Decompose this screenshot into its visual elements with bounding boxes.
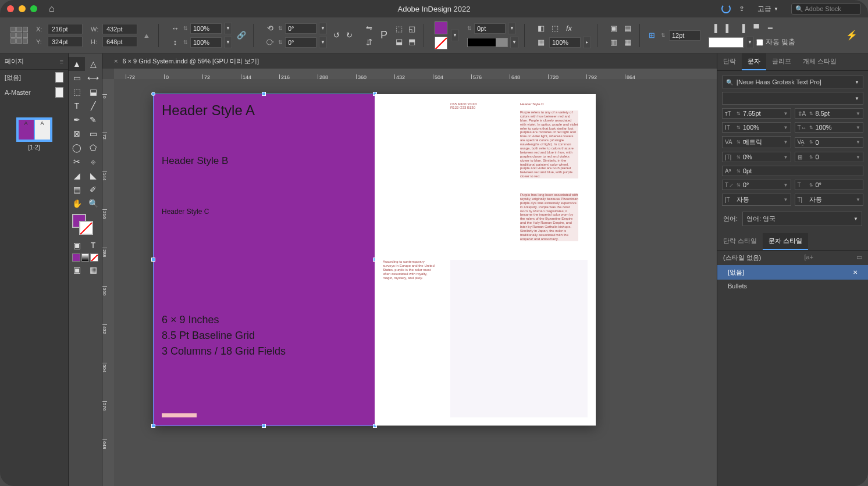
type-tool[interactable]: T: [69, 99, 85, 113]
pencil-tool[interactable]: ✎: [85, 113, 101, 127]
w-input[interactable]: [102, 24, 137, 34]
tracking-input[interactable]: VA̱⇅0▼: [795, 137, 864, 148]
font-family-select[interactable]: 🔍 [Neue Haas Grotesk Text Pro] ▼: [722, 76, 863, 88]
flip-v-icon[interactable]: ⇵: [363, 37, 375, 48]
shear-stepper[interactable]: ⇅: [278, 40, 283, 45]
align-middle-icon[interactable]: ━: [764, 23, 776, 34]
view-mode-normal-icon[interactable]: ▣: [69, 263, 85, 277]
home-icon[interactable]: ⌂: [49, 3, 55, 14]
font-size-input[interactable]: тT⇅7.65pt▼: [722, 108, 791, 119]
stroke-weight-input[interactable]: 0pt: [474, 23, 506, 34]
stepper-icon[interactable]: ⇅: [809, 125, 813, 130]
content-placer-tool[interactable]: ⬓: [85, 85, 101, 99]
link-scale-icon[interactable]: 🔗: [236, 30, 247, 41]
frame-fitting-proxy[interactable]: [709, 37, 744, 48]
auto-leading-1[interactable]: |T자동▼: [722, 194, 791, 206]
rotate-dropdown[interactable]: ▼: [319, 23, 327, 34]
apply-gradient-icon[interactable]: [81, 253, 90, 262]
maximize-window-button[interactable]: [30, 5, 37, 12]
tab-paragraph-styles[interactable]: 단락 스타일: [717, 233, 763, 250]
leading-input[interactable]: ⇳A⇅8.5pt▼: [795, 108, 864, 119]
selection-tool[interactable]: ▲: [69, 57, 85, 71]
rotate-input[interactable]: 0°: [285, 23, 316, 34]
stroke-proxy[interactable]: [79, 221, 93, 235]
text-wrap-shape-icon[interactable]: ▥: [608, 37, 620, 48]
rectangle-frame-tool[interactable]: ⊠: [69, 127, 85, 141]
gap-stepper[interactable]: ⇅: [661, 33, 666, 38]
gradient-swatch-tool[interactable]: ◢: [69, 169, 85, 183]
close-tab-button[interactable]: ×: [114, 58, 118, 65]
align-right-icon[interactable]: ▐: [737, 23, 748, 34]
close-window-button[interactable]: [7, 5, 14, 12]
stroke-weight-stepper[interactable]: ⇅: [467, 26, 472, 31]
stepper-icon[interactable]: ⇅: [737, 111, 741, 116]
auto-fit-checkbox[interactable]: 자동 맞춤: [756, 37, 795, 47]
align-center-icon[interactable]: ▌: [723, 23, 734, 34]
document-tab[interactable]: × 6 × 9 Grid System.indd @ 59% [GPU 미리 보…: [108, 55, 265, 68]
page-left[interactable]: Header Style A Header Style B Header Sty…: [154, 94, 375, 426]
drop-shadow-icon[interactable]: ◧: [535, 23, 547, 34]
language-select[interactable]: 영어: 영국 ▼: [742, 212, 862, 226]
note-tool[interactable]: ▤: [69, 183, 85, 196]
scale-x-stepper[interactable]: ⇅: [183, 26, 188, 31]
tab-character-styles[interactable]: 문자 스타일: [763, 233, 808, 250]
style-none[interactable]: [없음] ✕: [717, 265, 868, 280]
page-right[interactable]: C65 M100 Y0 K0 R122 G33 B130 Header Styl…: [375, 94, 596, 426]
formatting-container-icon[interactable]: ▣: [69, 238, 85, 252]
scale-y-stepper[interactable]: ⇅: [183, 40, 188, 45]
fill-dropdown[interactable]: ▼: [451, 30, 459, 41]
stepper-icon[interactable]: ⇅: [809, 155, 813, 160]
constrain-proportions-icon[interactable]: ⟁: [141, 30, 152, 41]
tab-object-styles[interactable]: 개체 스타일: [797, 53, 842, 70]
flip-h-icon[interactable]: ⇋: [363, 23, 375, 34]
h-input[interactable]: [102, 37, 137, 47]
page-1-thumb[interactable]: A: [18, 119, 34, 140]
share-icon[interactable]: ⇪: [739, 5, 745, 13]
stroke-style-picker[interactable]: [467, 38, 508, 47]
ellipse-tool[interactable]: ◯: [69, 141, 85, 155]
frame-fitting-dropdown[interactable]: ▼: [746, 37, 754, 48]
gap-input[interactable]: 12pt: [669, 30, 700, 41]
align-top-icon[interactable]: ▀: [750, 23, 762, 34]
reference-point-proxy[interactable]: [10, 27, 28, 44]
eyedropper-tool[interactable]: ✐: [85, 183, 101, 196]
auto-leading-2[interactable]: T|자동▼: [795, 194, 864, 206]
fx-icon[interactable]: fx: [563, 23, 575, 34]
rotate-ccw-icon[interactable]: ↺: [330, 30, 342, 41]
rotate-stepper[interactable]: ⇅: [278, 26, 283, 31]
select-container-icon[interactable]: ⬚: [393, 23, 405, 35]
shear-dropdown[interactable]: ▼: [319, 37, 327, 48]
scale-x-dropdown[interactable]: ▼: [224, 23, 232, 34]
vertical-ruler[interactable]: 072144216288360432504576648: [102, 79, 114, 486]
stepper-icon[interactable]: ⇅: [737, 155, 741, 160]
stepper-icon[interactable]: ⇅: [809, 140, 813, 145]
fill-swatch[interactable]: [435, 22, 447, 34]
kerning-input[interactable]: VA⇅메트릭▼: [722, 136, 791, 148]
master-a-item[interactable]: A-Master: [0, 85, 68, 100]
zoom-tool[interactable]: 🔍: [85, 196, 101, 210]
master-none-item[interactable]: [없음]: [0, 70, 68, 85]
stepper-icon[interactable]: ⇅: [737, 125, 741, 130]
select-content-icon[interactable]: ◱: [406, 23, 418, 35]
corner-options-icon[interactable]: ⬚: [549, 23, 561, 34]
stepper-icon[interactable]: ⇅: [809, 183, 813, 188]
char-skew-input[interactable]: T⟋⇅0°▼: [722, 180, 791, 190]
gradient-feather-tool[interactable]: ◣: [85, 169, 101, 183]
page-tool[interactable]: ▭: [69, 71, 85, 85]
content-collector-tool[interactable]: ⬚: [69, 85, 85, 99]
align-left-icon[interactable]: ▐: [709, 23, 720, 34]
scissors-tool[interactable]: ✂: [69, 155, 85, 169]
y-input[interactable]: [48, 37, 83, 47]
new-folder-icon[interactable]: ▭: [856, 253, 862, 262]
workspace-switcher[interactable]: 고급 ▼: [753, 3, 783, 15]
gap-tool[interactable]: ⟷: [85, 71, 101, 85]
text-wrap-none-icon[interactable]: ▣: [608, 23, 620, 34]
close-icon[interactable]: ✕: [853, 269, 858, 276]
style-no-style[interactable]: (스타일 없음) [a+ ▭: [717, 251, 868, 265]
select-prev-icon[interactable]: ⬓: [393, 36, 405, 48]
stroke-weight-dropdown[interactable]: ▼: [508, 23, 516, 34]
minimize-window-button[interactable]: [19, 5, 26, 12]
free-transform-tool[interactable]: ⟐: [85, 155, 101, 169]
pen-tool[interactable]: ✒: [69, 113, 85, 127]
canvas[interactable]: Header Style A Header Style B Header Sty…: [114, 79, 717, 486]
